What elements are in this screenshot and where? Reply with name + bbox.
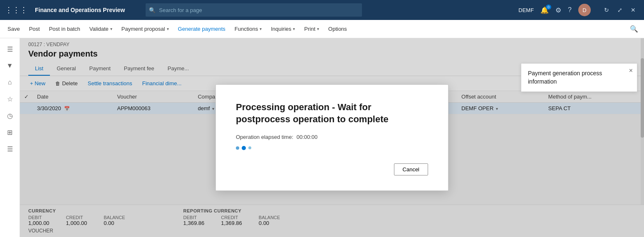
post-batch-button[interactable]: Post in batch xyxy=(45,23,84,35)
grid-menu-icon[interactable]: ⋮⋮⋮ xyxy=(5,5,27,15)
sidebar-icons: ☰ ▼ ⌂ ☆ ◷ ⊞ ☰ xyxy=(0,38,20,237)
top-bar-right: DEMF 🔔 0 ⚙ ? D ↻ ⤢ ✕ xyxy=(518,4,639,16)
user-label: DEMF xyxy=(518,7,534,13)
sidebar-filter-icon[interactable]: ▼ xyxy=(2,58,17,73)
settings-icon[interactable]: ⚙ xyxy=(555,6,561,14)
search-icon: 🔍 xyxy=(149,7,156,13)
modal-title: Processing operation - Wait for postproc… xyxy=(236,101,428,125)
validate-chevron-icon: ▾ xyxy=(110,27,112,31)
inquiries-button[interactable]: Inquiries ▾ xyxy=(267,23,299,35)
inquiries-chevron-icon: ▾ xyxy=(293,27,295,31)
modal-dots xyxy=(236,146,428,150)
sidebar-menu-icon[interactable]: ☰ xyxy=(2,42,17,57)
window-controls: ↻ ⤢ ✕ xyxy=(601,4,639,16)
dot-3 xyxy=(248,146,251,149)
search-container: 🔍 xyxy=(146,3,362,17)
modal-cancel-button[interactable]: Cancel xyxy=(394,163,428,175)
window-close-icon[interactable]: ✕ xyxy=(627,4,639,16)
info-popup-close-button[interactable]: × xyxy=(629,67,633,74)
functions-button[interactable]: Functions ▾ xyxy=(230,23,266,35)
print-button[interactable]: Print ▾ xyxy=(300,23,323,35)
dot-2 xyxy=(242,146,246,150)
sidebar-star-icon[interactable]: ☆ xyxy=(2,91,17,106)
sidebar-grid-icon[interactable]: ⊞ xyxy=(2,125,17,140)
generate-payments-button[interactable]: Generate payments xyxy=(174,23,230,35)
info-popup-title: Payment generation process information xyxy=(528,69,630,86)
search-input[interactable] xyxy=(146,3,362,17)
content-area: 00127 : VENDPAY Vendor payments List Gen… xyxy=(20,38,644,237)
avatar[interactable]: D xyxy=(578,4,591,16)
main-layout: ☰ ▼ ⌂ ☆ ◷ ⊞ ☰ 00127 : VENDPAY Vendor pay… xyxy=(0,38,644,237)
functions-chevron-icon: ▾ xyxy=(260,27,262,31)
save-button[interactable]: Save xyxy=(3,23,24,35)
sidebar-list-icon[interactable]: ☰ xyxy=(2,141,17,156)
print-chevron-icon: ▾ xyxy=(317,27,319,31)
info-popup: Payment generation process information × xyxy=(521,63,637,92)
window-refresh-icon[interactable]: ↻ xyxy=(601,4,612,16)
help-icon[interactable]: ? xyxy=(568,6,572,14)
elapsed-time: 00:00:00 xyxy=(297,134,318,140)
dot-1 xyxy=(236,146,239,150)
notification-badge: 0 xyxy=(546,5,551,10)
command-search-icon[interactable]: 🔍 xyxy=(627,22,641,35)
sidebar-home-icon[interactable]: ⌂ xyxy=(2,75,17,90)
modal-elapsed: Operation elapsed time: 00:00:00 xyxy=(236,134,428,140)
payment-proposal-button[interactable]: Payment proposal ▾ xyxy=(117,23,173,35)
processing-modal: Processing operation - Wait for postproc… xyxy=(215,84,448,190)
validate-button[interactable]: Validate ▾ xyxy=(85,23,116,35)
post-button[interactable]: Post xyxy=(25,23,44,35)
payment-proposal-chevron-icon: ▾ xyxy=(167,27,169,31)
command-bar: Save Post Post in batch Validate ▾ Payme… xyxy=(0,20,644,38)
sidebar-clock-icon[interactable]: ◷ xyxy=(2,108,17,123)
app-title: Finance and Operations Preview xyxy=(35,7,125,13)
modal-actions: Cancel xyxy=(236,163,428,175)
notification-icon[interactable]: 🔔 0 xyxy=(540,6,549,14)
top-bar: ⋮⋮⋮ Finance and Operations Preview 🔍 DEM… xyxy=(0,0,644,20)
window-expand-icon[interactable]: ⤢ xyxy=(614,4,626,16)
options-button[interactable]: Options xyxy=(324,23,351,35)
